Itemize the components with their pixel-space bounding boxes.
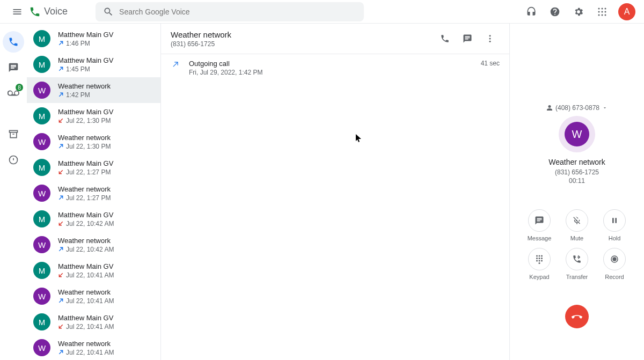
- help-button[interactable]: [544, 1, 566, 23]
- rail-spam[interactable]: [3, 149, 24, 171]
- call-list-item[interactable]: MMatthew Main GVJul 22, 10:42 AM: [27, 206, 160, 232]
- contact-avatar: M: [33, 56, 50, 73]
- contact-avatar: M: [33, 159, 50, 176]
- call-list-item[interactable]: MMatthew Main GVJul 22, 1:27 PM: [27, 155, 160, 180]
- call-item-time: Jul 22, 1:27 PM: [66, 194, 111, 202]
- call-item-name: Weather network: [58, 288, 155, 296]
- call-list-item[interactable]: MMatthew Main GVJul 22, 10:41 AM: [27, 309, 160, 335]
- call-item-name: Weather network: [58, 134, 155, 142]
- voice-logo-icon: [29, 6, 41, 18]
- call-list-item[interactable]: WWeather networkJul 22, 10:42 AM: [27, 232, 160, 258]
- detail-message-button[interactable]: [458, 29, 477, 48]
- svg-point-11: [489, 35, 491, 36]
- apps-button[interactable]: [591, 1, 613, 23]
- contact-avatar: W: [33, 339, 50, 356]
- outgoing-arrow-icon: [58, 66, 64, 72]
- call-timer: 00:11: [569, 177, 585, 185]
- control-mute[interactable]: Mute: [566, 209, 588, 241]
- call-log-entry: Outgoing call Fri, Jul 29, 2022, 1:42 PM…: [171, 60, 500, 76]
- control-record[interactable]: Record: [603, 248, 626, 280]
- outgoing-arrow-icon: [58, 298, 64, 304]
- search-input[interactable]: [119, 8, 356, 16]
- svg-point-22: [541, 260, 543, 262]
- call-item-name: Weather network: [58, 185, 155, 193]
- dialpad-icon: [535, 254, 544, 264]
- rail-archive[interactable]: [3, 123, 24, 145]
- call-item-name: Matthew Main GV: [58, 108, 155, 116]
- svg-point-17: [536, 258, 538, 259]
- detail-more-button[interactable]: [480, 29, 500, 48]
- mic-off-icon: [572, 216, 582, 225]
- control-message[interactable]: Message: [528, 209, 552, 241]
- call-item-time: Jul 22, 10:42 AM: [66, 246, 114, 253]
- svg-point-20: [536, 260, 538, 262]
- phone-icon: [8, 36, 19, 47]
- call-item-name: Matthew Main GV: [58, 262, 155, 270]
- headset-icon: [526, 6, 537, 17]
- callee-name: Weather network: [548, 158, 605, 166]
- voicemail-badge: 8: [16, 84, 23, 91]
- caret-down-icon: [602, 105, 608, 111]
- svg-point-13: [489, 41, 491, 42]
- rail-messages[interactable]: [3, 57, 24, 78]
- call-list-item[interactable]: WWeather networkJul 22, 10:41 AM: [27, 283, 160, 309]
- hangup-button[interactable]: [565, 305, 589, 328]
- svg-point-25: [613, 258, 616, 261]
- message-icon: [8, 62, 19, 73]
- search-box[interactable]: [96, 2, 364, 21]
- control-transfer[interactable]: Transfer: [566, 248, 588, 280]
- message-icon: [463, 34, 472, 43]
- detail-call-button[interactable]: [435, 29, 455, 48]
- svg-point-1: [602, 8, 603, 9]
- search-icon: [103, 6, 114, 17]
- support-button[interactable]: [521, 1, 542, 23]
- missed-arrow-icon: [58, 221, 64, 226]
- record-icon: [610, 254, 619, 264]
- svg-point-2: [605, 8, 606, 9]
- settings-button[interactable]: [568, 1, 589, 23]
- call-item-time: Jul 22, 1:30 PM: [66, 143, 111, 150]
- account-avatar[interactable]: A: [618, 3, 635, 20]
- missed-arrow-icon: [58, 117, 64, 123]
- call-item-time: 1:45 PM: [66, 65, 90, 73]
- control-hold[interactable]: Hold: [603, 209, 626, 241]
- call-list-item[interactable]: WWeather networkJul 22, 10:41 AM: [27, 335, 160, 360]
- gear-icon: [573, 6, 584, 17]
- message-icon: [535, 216, 544, 225]
- svg-point-21: [539, 260, 540, 262]
- svg-rect-9: [10, 130, 18, 132]
- more-vert-icon: [485, 34, 495, 43]
- call-item-time: 1:46 PM: [66, 40, 90, 47]
- call-list-item[interactable]: WWeather networkJul 22, 1:30 PM: [27, 129, 160, 155]
- outgoing-arrow-icon: [58, 349, 64, 355]
- outgoing-arrow-icon: [58, 195, 64, 201]
- control-keypad[interactable]: Keypad: [528, 248, 551, 280]
- rail-voicemail[interactable]: 8: [3, 83, 24, 104]
- call-list-item[interactable]: MMatthew Main GVJul 22, 1:30 PM: [27, 103, 160, 129]
- call-list-item[interactable]: WWeather networkJul 22, 1:27 PM: [27, 180, 160, 206]
- outgoing-arrow-icon: [172, 61, 179, 68]
- rail-calls[interactable]: [3, 31, 24, 53]
- call-item-time: Jul 22, 10:41 AM: [66, 349, 114, 356]
- svg-point-18: [539, 258, 540, 259]
- call-item-time: Jul 22, 10:42 AM: [66, 220, 114, 227]
- call-list[interactable]: MMatthew Main GV1:46 PMMMatthew Main GV1…: [27, 24, 161, 360]
- call-list-item[interactable]: MMatthew Main GVJul 22, 10:41 AM: [27, 258, 160, 283]
- call-list-item[interactable]: WWeather network1:42 PM: [27, 77, 160, 103]
- call-list-item[interactable]: MMatthew Main GV1:46 PM: [27, 26, 160, 52]
- contact-avatar: M: [33, 30, 50, 47]
- missed-arrow-icon: [58, 272, 64, 278]
- svg-point-15: [539, 255, 540, 257]
- call-item-name: Weather network: [58, 237, 155, 245]
- caller-account: (408) 673-0878: [546, 104, 608, 112]
- menu-button[interactable]: [6, 1, 28, 23]
- svg-point-5: [605, 11, 606, 12]
- svg-point-14: [536, 255, 538, 257]
- call-item-time: Jul 22, 1:27 PM: [66, 168, 111, 176]
- outgoing-arrow-icon: [58, 143, 64, 149]
- call-item-time: Jul 22, 10:41 AM: [66, 271, 114, 279]
- call-item-name: Weather network: [58, 82, 155, 90]
- call-item-time: 1:42 PM: [66, 91, 90, 99]
- call-list-item[interactable]: MMatthew Main GV1:45 PM: [27, 52, 160, 77]
- svg-point-23: [539, 262, 540, 264]
